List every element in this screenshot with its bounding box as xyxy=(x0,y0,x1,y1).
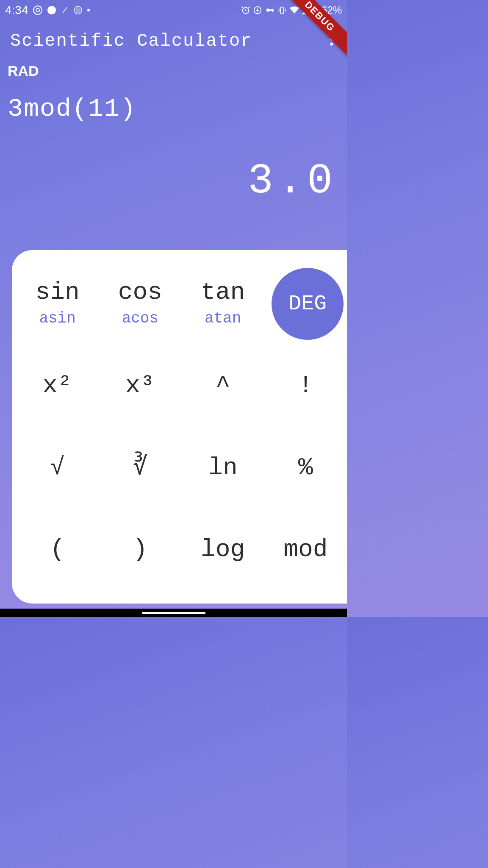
cbrt-button[interactable]: ∛ xyxy=(99,427,181,509)
mod-button[interactable]: mod xyxy=(264,509,347,591)
slash-icon xyxy=(61,6,69,14)
key-label: ln xyxy=(208,456,238,480)
right-paren-button[interactable]: ) xyxy=(99,509,181,591)
gesture-handle[interactable] xyxy=(142,612,205,614)
key-sublabel: acos xyxy=(122,310,158,327)
sqrt-button[interactable]: √ xyxy=(16,427,99,509)
key-label: x² xyxy=(43,373,72,398)
alarm-icon xyxy=(241,6,250,15)
svg-point-17 xyxy=(330,43,333,46)
key-label: ! xyxy=(298,373,313,398)
app-bar: Scientific Calculator xyxy=(0,20,347,58)
ln-button[interactable]: ln xyxy=(182,427,264,509)
key-label: tan xyxy=(201,280,245,305)
svg-rect-10 xyxy=(272,9,273,12)
key-label: ( xyxy=(50,537,65,562)
tan-button[interactable]: tan atan xyxy=(182,263,264,345)
deg-toggle-button[interactable]: DEG xyxy=(264,263,347,345)
svg-point-5 xyxy=(87,9,90,11)
status-left: 4:34 xyxy=(5,3,90,17)
app-title: Scientific Calculator xyxy=(10,31,252,51)
svg-rect-11 xyxy=(280,7,283,14)
soccer-icon xyxy=(73,6,83,15)
svg-point-0 xyxy=(33,6,42,14)
key-label: cos xyxy=(118,280,162,305)
key-sublabel: atan xyxy=(205,310,241,327)
svg-point-2 xyxy=(47,6,55,14)
scientific-keypad: sin asin cos acos tan atan DEG x² x³ ^ !… xyxy=(12,250,347,604)
power-button[interactable]: ^ xyxy=(182,345,264,427)
key-label: ∛ xyxy=(133,456,147,480)
vibrate-icon xyxy=(277,6,287,15)
svg-point-8 xyxy=(266,8,269,11)
result-display: 3.0 xyxy=(8,157,339,205)
svg-point-1 xyxy=(36,8,39,12)
left-paren-button[interactable]: ( xyxy=(16,509,99,591)
status-time: 4:34 xyxy=(5,3,28,17)
key-label: x³ xyxy=(125,373,155,398)
data-saver-icon xyxy=(253,6,262,15)
key-label: DEG xyxy=(272,268,344,340)
navigation-bar xyxy=(0,609,347,617)
key-label: √ xyxy=(50,456,65,480)
angle-mode-label: RAD xyxy=(8,63,339,79)
dot-icon xyxy=(87,8,90,12)
factorial-button[interactable]: ! xyxy=(264,345,347,427)
key-label: % xyxy=(298,456,313,480)
cos-button[interactable]: cos acos xyxy=(99,263,181,345)
display-area: RAD 3mod(11) 3.0 xyxy=(0,58,347,205)
sin-button[interactable]: sin asin xyxy=(16,263,99,345)
log-button[interactable]: log xyxy=(182,509,264,591)
key-label: ) xyxy=(133,537,147,562)
x-cubed-button[interactable]: x³ xyxy=(99,345,181,427)
x-squared-button[interactable]: x² xyxy=(16,345,99,427)
key-sublabel: asin xyxy=(39,310,75,327)
key-label: sin xyxy=(35,280,79,305)
percent-button[interactable]: % xyxy=(264,427,347,509)
expression-display: 3mod(11) xyxy=(8,95,339,123)
svg-line-3 xyxy=(63,7,67,13)
wifi-icon xyxy=(289,6,299,14)
key-label: ^ xyxy=(216,373,230,398)
circle-icon xyxy=(47,6,56,15)
chrome-icon xyxy=(33,5,43,15)
key-label: log xyxy=(201,537,245,562)
key-icon xyxy=(265,6,275,15)
key-label: mod xyxy=(283,537,327,562)
